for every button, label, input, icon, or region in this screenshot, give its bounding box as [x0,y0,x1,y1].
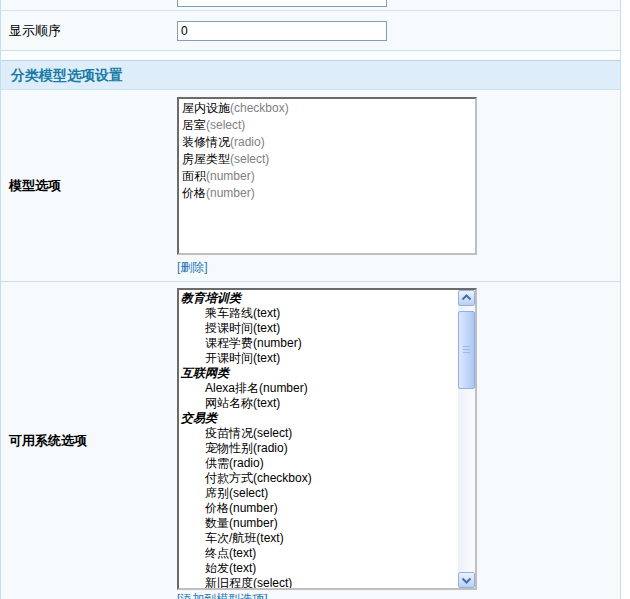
option-category[interactable]: 教育培训类 [179,291,458,306]
option-name: 居室 [182,118,206,132]
option-type: (number) [259,381,308,395]
option-name: 装修情况 [182,135,230,149]
option-item[interactable]: 装修情况(radio) [179,134,475,151]
option-item[interactable]: 授课时间(text) [179,321,458,336]
option-item[interactable]: 席别(select) [179,486,458,501]
option-type: (text) [256,531,283,545]
top-clipped-input[interactable] [177,0,387,7]
option-name: 供需 [205,456,229,470]
option-category[interactable]: 互联网类 [179,366,458,381]
chevron-up-icon [461,294,472,302]
option-item[interactable]: 屋内设施(checkbox) [179,100,475,117]
option-name: 终点 [205,546,229,560]
option-name: 网站名称 [205,396,253,410]
scrollbar-grip [463,346,470,354]
option-item[interactable]: 课程学费(number) [179,336,458,351]
option-type: (text) [253,351,280,365]
option-item[interactable]: 数量(number) [179,516,458,531]
option-name: 课程学费 [205,336,253,350]
option-name: 疫苗情况 [205,426,253,440]
option-type: (radio) [253,441,288,455]
option-item[interactable]: 开课时间(text) [179,351,458,366]
option-type: (select) [230,152,269,166]
option-name: 付款方式 [205,471,253,485]
option-name: 宠物性别 [205,441,253,455]
display-order-row: 显示顺序 [1,11,620,51]
option-category[interactable]: 交易类 [179,411,458,426]
available-options-row: 可用系统选项 教育培训类乘车路线(text)授课时间(text)课程学费(num… [1,282,620,599]
display-order-label: 显示顺序 [9,22,61,40]
option-type: (text) [253,306,280,320]
option-type: (radio) [230,135,265,149]
model-options-row: 模型选项 屋内设施(checkbox)居室(select)装修情况(radio)… [1,90,620,282]
option-name: 乘车路线 [205,306,253,320]
option-type: (number) [229,516,278,530]
option-type: (select) [229,486,268,500]
option-type: (text) [253,321,280,335]
option-name: 车次/航班 [205,531,256,545]
option-item[interactable]: 房屋类型(select) [179,151,475,168]
section-header: 分类模型选项设置 [1,60,620,90]
delete-link[interactable]: [删除] [177,259,208,276]
option-type: (checkbox) [253,471,312,485]
display-order-input[interactable] [177,21,387,41]
option-name: 始发 [205,561,229,575]
option-name: 面积 [182,169,206,183]
option-item[interactable]: 宠物性别(radio) [179,441,458,456]
option-name: 席别 [205,486,229,500]
option-name: 房屋类型 [182,152,230,166]
scrollbar-thumb[interactable] [458,311,475,389]
section-gap [1,51,620,60]
option-type: (number) [229,501,278,515]
option-item[interactable]: 乘车路线(text) [179,306,458,321]
option-name: Alexa排名 [205,381,259,395]
option-item[interactable]: 价格(number) [179,185,475,202]
option-type: (select) [206,118,245,132]
available-options-list: 教育培训类乘车路线(text)授课时间(text)课程学费(number)开课时… [179,290,458,588]
clipped-top-row [1,0,620,11]
chevron-down-icon [461,576,472,584]
model-options-label: 模型选项 [9,177,61,195]
option-name: 新旧程度 [205,576,253,588]
option-type: (number) [206,169,255,183]
option-type: (text) [253,396,280,410]
option-item[interactable]: 付款方式(checkbox) [179,471,458,486]
option-name: 开课时间 [205,351,253,365]
scroll-up-button[interactable] [458,290,475,306]
option-type: (text) [229,546,256,560]
form-panel: 显示顺序 分类模型选项设置 模型选项 屋内设施(checkbox)居室(sele… [0,0,621,599]
option-item[interactable]: Alexa排名(number) [179,381,458,396]
option-name: 价格 [182,186,206,200]
option-item[interactable]: 新旧程度(select) [179,576,458,588]
option-type: (select) [253,426,292,440]
option-name: 屋内设施 [182,101,230,115]
admin-form-page: { "top_input": { "value": "" }, "display… [0,0,630,599]
option-item[interactable]: 车次/航班(text) [179,531,458,546]
section-title: 分类模型选项设置 [11,61,123,89]
add-to-model-link[interactable]: [添加到模型选项] [177,591,268,599]
option-type: (select) [253,576,292,588]
option-type: (checkbox) [230,101,289,115]
option-item[interactable]: 始发(text) [179,561,458,576]
option-type: (number) [253,336,302,350]
scroll-down-button[interactable] [458,572,475,588]
option-type: (number) [206,186,255,200]
option-item[interactable]: 面积(number) [179,168,475,185]
option-type: (text) [229,561,256,575]
option-name: 授课时间 [205,321,253,335]
model-options-listbox[interactable]: 屋内设施(checkbox)居室(select)装修情况(radio)房屋类型(… [177,97,477,255]
available-options-label: 可用系统选项 [9,432,87,450]
option-item[interactable]: 终点(text) [179,546,458,561]
scrollbar[interactable] [458,290,475,588]
option-name: 数量 [205,516,229,530]
option-name: 价格 [205,501,229,515]
option-type: (radio) [229,456,264,470]
available-options-listbox[interactable]: 教育培训类乘车路线(text)授课时间(text)课程学费(number)开课时… [177,288,477,590]
option-item[interactable]: 疫苗情况(select) [179,426,458,441]
option-item[interactable]: 供需(radio) [179,456,458,471]
option-item[interactable]: 价格(number) [179,501,458,516]
option-item[interactable]: 居室(select) [179,117,475,134]
option-item[interactable]: 网站名称(text) [179,396,458,411]
